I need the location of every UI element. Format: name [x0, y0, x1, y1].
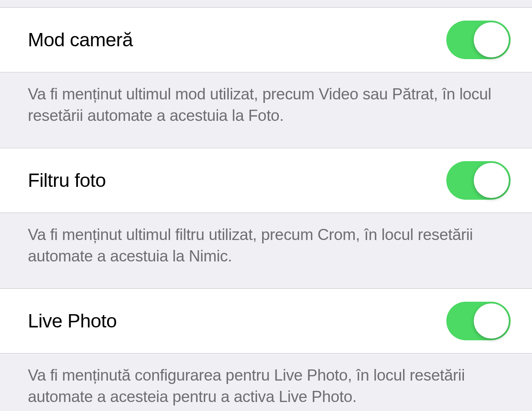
- toggle-track: [446, 161, 511, 200]
- setting-row-camera-mode: Mod cameră: [0, 8, 532, 72]
- toggle-thumb: [474, 303, 509, 339]
- toggle-photo-filter[interactable]: [446, 161, 511, 200]
- toggle-track: [446, 21, 511, 59]
- setting-label-camera-mode: Mod cameră: [28, 29, 133, 51]
- toggle-live-photo[interactable]: [446, 302, 511, 340]
- setting-label-photo-filter: Filtru foto: [28, 169, 106, 192]
- toggle-thumb: [474, 163, 509, 198]
- header-spacer: [0, 0, 532, 8]
- setting-row-live-photo: Live Photo: [0, 289, 532, 354]
- description-photo-filter: Va fi menținut ultimul filtru utilizat, …: [0, 213, 532, 289]
- description-camera-mode: Va fi menținut ultimul mod utilizat, pre…: [0, 72, 532, 148]
- description-live-photo: Va fi menținută configurarea pentru Live…: [0, 354, 532, 411]
- toggle-track: [446, 302, 511, 340]
- toggle-camera-mode[interactable]: [446, 21, 511, 59]
- setting-label-live-photo: Live Photo: [28, 310, 117, 332]
- toggle-thumb: [474, 22, 509, 57]
- setting-row-photo-filter: Filtru foto: [0, 148, 532, 213]
